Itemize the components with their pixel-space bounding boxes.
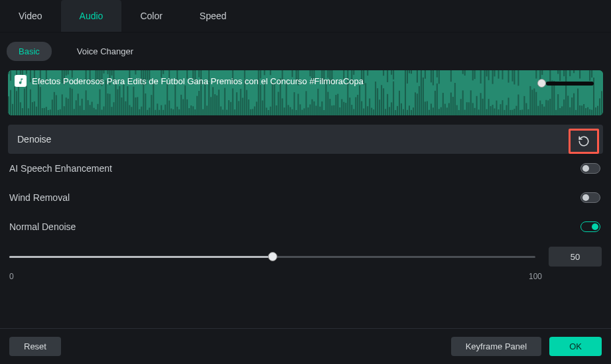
normal-denoise-slider[interactable] — [9, 252, 535, 261]
subtab-basic[interactable]: Basic — [7, 42, 52, 61]
svg-rect-180 — [268, 110, 269, 115]
svg-rect-291 — [427, 101, 428, 115]
svg-rect-329 — [482, 99, 484, 115]
svg-rect-326 — [478, 109, 480, 115]
tab-audio[interactable]: Audio — [61, 0, 122, 32]
svg-rect-319 — [468, 102, 470, 115]
svg-rect-264 — [391, 102, 392, 115]
svg-rect-153 — [224, 88, 226, 116]
svg-rect-159 — [234, 109, 236, 115]
reset-button[interactable]: Reset — [9, 337, 61, 356]
svg-rect-36 — [58, 110, 59, 115]
svg-rect-58 — [90, 105, 91, 115]
svg-rect-306 — [448, 103, 450, 116]
svg-rect-270 — [399, 91, 400, 115]
svg-rect-407 — [591, 110, 592, 115]
svg-rect-163 — [242, 98, 243, 116]
svg-rect-344 — [500, 104, 502, 115]
ok-button[interactable]: OK — [549, 337, 602, 356]
svg-rect-79 — [113, 102, 115, 115]
normal-denoise-label: Normal Denoise — [9, 221, 76, 232]
svg-rect-357 — [517, 95, 519, 116]
svg-rect-161 — [238, 101, 239, 115]
svg-rect-100 — [145, 93, 146, 115]
svg-rect-253 — [373, 109, 374, 115]
svg-rect-14 — [24, 88, 25, 115]
svg-rect-42 — [66, 97, 67, 115]
svg-rect-92 — [135, 97, 136, 115]
normal-denoise-toggle[interactable] — [580, 221, 600, 232]
svg-rect-229 — [339, 107, 340, 115]
svg-rect-410 — [595, 107, 596, 115]
svg-rect-309 — [452, 97, 454, 115]
svg-rect-82 — [117, 90, 118, 115]
svg-rect-185 — [276, 105, 277, 115]
svg-rect-102 — [147, 110, 148, 115]
svg-rect-60 — [92, 102, 93, 116]
svg-rect-151 — [220, 107, 222, 116]
slider-track-icon — [546, 82, 594, 86]
wind-removal-toggle[interactable] — [580, 192, 600, 203]
svg-rect-369 — [537, 106, 539, 115]
svg-rect-96 — [141, 107, 142, 115]
svg-rect-51 — [78, 93, 79, 115]
svg-rect-3 — [10, 90, 11, 115]
subtab-voice-changer[interactable]: Voice Changer — [65, 42, 145, 61]
svg-rect-271 — [401, 103, 402, 115]
svg-rect-394 — [571, 97, 573, 115]
svg-rect-351 — [510, 110, 511, 115]
normal-denoise-value[interactable]: 50 — [549, 247, 602, 267]
tab-color[interactable]: Color — [121, 0, 180, 32]
reset-icon[interactable] — [578, 135, 590, 147]
svg-rect-341 — [496, 101, 498, 115]
svg-rect-226 — [333, 105, 334, 115]
svg-rect-141 — [202, 109, 204, 115]
svg-rect-279 — [411, 110, 412, 115]
svg-rect-134 — [194, 109, 196, 115]
tab-video[interactable]: Video — [0, 0, 61, 32]
svg-rect-108 — [155, 110, 156, 115]
svg-rect-275 — [407, 110, 408, 115]
svg-rect-111 — [161, 105, 162, 115]
svg-rect-300 — [439, 109, 440, 115]
clip-volume-slider[interactable] — [537, 79, 594, 88]
audio-clip-preview[interactable]: Efectos Poderosos Para Edits de Fútbol G… — [8, 70, 603, 115]
svg-rect-228 — [337, 94, 338, 115]
svg-rect-370 — [539, 101, 541, 115]
svg-rect-155 — [228, 100, 230, 115]
svg-rect-381 — [555, 110, 557, 115]
svg-rect-136 — [196, 96, 198, 115]
svg-rect-68 — [102, 110, 103, 116]
svg-rect-332 — [486, 109, 488, 115]
svg-rect-292 — [429, 110, 430, 115]
ai-speech-toggle[interactable] — [580, 163, 600, 174]
slider-thumb-icon[interactable] — [268, 252, 277, 261]
svg-rect-412 — [599, 98, 600, 115]
svg-rect-208 — [312, 99, 313, 115]
svg-rect-38 — [62, 94, 63, 115]
tab-speed[interactable]: Speed — [181, 0, 245, 32]
clip-title: Efectos Poderosos Para Edits de Fútbol G… — [32, 76, 364, 86]
svg-rect-231 — [343, 102, 344, 115]
svg-rect-204 — [306, 91, 307, 115]
svg-rect-49 — [74, 109, 75, 115]
svg-rect-110 — [159, 110, 160, 115]
svg-rect-297 — [435, 91, 436, 115]
keyframe-panel-button[interactable]: Keyframe Panel — [451, 337, 542, 356]
svg-rect-53 — [82, 99, 83, 115]
slider-thumb-icon[interactable] — [537, 79, 546, 88]
svg-rect-109 — [157, 103, 158, 115]
svg-rect-37 — [60, 109, 61, 115]
svg-rect-137 — [198, 91, 200, 115]
svg-rect-305 — [446, 107, 448, 115]
svg-rect-336 — [490, 106, 492, 115]
main-tabs: Video Audio Color Speed — [0, 0, 611, 32]
svg-rect-18 — [30, 90, 31, 115]
svg-rect-12 — [22, 108, 23, 115]
svg-rect-293 — [431, 103, 432, 115]
svg-rect-130 — [188, 108, 190, 115]
svg-rect-252 — [371, 108, 372, 115]
svg-rect-131 — [190, 105, 192, 115]
svg-rect-302 — [441, 107, 442, 115]
svg-rect-46 — [70, 88, 71, 115]
